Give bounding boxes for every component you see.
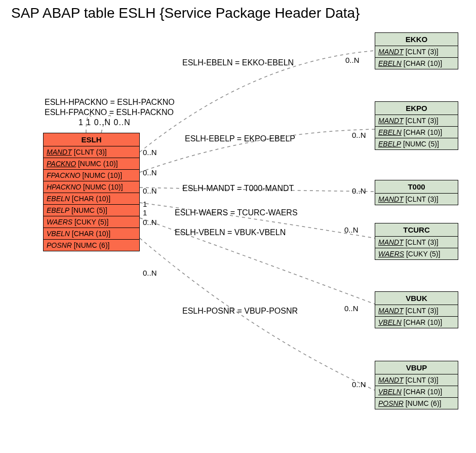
relation-ekko-label: ESLH-EBELN = EKKO-EBELN: [182, 58, 294, 67]
field-row: MANDT [CLNT (3)]: [375, 194, 458, 205]
relation-tcurc-label: ESLH-WAERS = TCURC-WAERS: [175, 208, 298, 217]
entity-eslh-header: ESLH: [44, 133, 139, 146]
field-row: EBELN [CHAR (10)]: [375, 58, 458, 69]
entity-eslh: ESLH MANDT [CLNT (3)] PACKNO [NUMC (10)]…: [43, 133, 140, 251]
field-row: HPACKNO [NUMC (10)]: [44, 181, 139, 193]
entity-ekpo-header: EKPO: [375, 102, 458, 115]
entity-ekko: EKKO MANDT [CLNT (3)] EBELN [CHAR (10)]: [375, 32, 458, 69]
self-relation-2: ESLH-FPACKNO = ESLH-PACKNO: [45, 108, 174, 117]
field-row: MANDT [CLNT (3)]: [44, 146, 139, 158]
diagram-title: SAP ABAP table ESLH {Service Package Hea…: [11, 5, 360, 21]
relation-t000-rightcard: 0..N: [352, 186, 366, 195]
entity-t000: T000 MANDT [CLNT (3)]: [375, 180, 458, 205]
relation-tcurc-rightcard: 1: [143, 208, 147, 217]
relation-ekpo-label: ESLH-EBELP = EKPO-EBELP: [185, 134, 295, 143]
relation-vbup-label: ESLH-POSNR = VBUP-POSNR: [182, 307, 298, 316]
relation-t000-leftcard: 0..N: [143, 186, 157, 195]
field-row: EBELP [NUMC (5)]: [375, 138, 458, 149]
field-row: MANDT [CLNT (3)]: [375, 374, 458, 386]
entity-ekko-header: EKKO: [375, 33, 458, 46]
field-row: EBELN [CHAR (10)]: [44, 193, 139, 205]
field-row: MANDT [CLNT (3)]: [375, 305, 458, 317]
relation-tcurc-leftcard: 1: [143, 200, 147, 208]
field-row: VBELN [CHAR (10)]: [375, 317, 458, 328]
self-relation-1: ESLH-HPACKNO = ESLH-PACKNO: [45, 98, 175, 107]
entity-t000-header: T000: [375, 180, 458, 194]
entity-vbuk: VBUK MANDT [CLNT (3)] VBELN [CHAR (10)]: [375, 291, 458, 328]
field-row: POSNR [NUMC (6)]: [44, 240, 139, 251]
field-row: VBELN [CHAR (10)]: [375, 386, 458, 398]
field-row: EBELN [CHAR (10)]: [375, 127, 458, 138]
field-row: MANDT [CLNT (3)]: [375, 115, 458, 127]
relation-ekpo-rightcard: 0..N: [352, 131, 366, 139]
entity-vbup-header: VBUP: [375, 361, 458, 374]
entity-vbuk-header: VBUK: [375, 292, 458, 305]
field-row: MANDT [CLNT (3)]: [375, 237, 458, 248]
field-row: WAERS [CUKY (5)]: [44, 216, 139, 228]
self-relation-cards: 1 1 0..N 0..N: [78, 118, 131, 127]
relation-ekpo-leftcard: 0..N: [143, 168, 157, 177]
field-row: WAERS [CUKY (5)]: [375, 248, 458, 259]
entity-vbup: VBUP MANDT [CLNT (3)] VBELN [CHAR (10)] …: [375, 361, 458, 409]
entity-tcurc-header: TCURC: [375, 223, 458, 237]
relation-vbup-leftcard: 0..N: [143, 269, 157, 277]
relation-ekko-rightcard: 0..N: [345, 56, 360, 64]
field-row: PACKNO [NUMC (10)]: [44, 158, 139, 170]
field-row: FPACKNO [NUMC (10)]: [44, 170, 139, 181]
entity-ekpo: EKPO MANDT [CLNT (3)] EBELN [CHAR (10)] …: [375, 101, 458, 150]
relation-vbuk-label: ESLH-VBELN = VBUK-VBELN: [175, 228, 286, 237]
relation-vbup-rightcard: 0..N: [344, 304, 359, 313]
field-row: EBELP [NUMC (5)]: [44, 205, 139, 216]
relation-t000-label: ESLH-MANDT = T000-MANDT: [182, 184, 294, 193]
entity-tcurc: TCURC MANDT [CLNT (3)] WAERS [CUKY (5)]: [375, 223, 458, 260]
field-row: POSNR [NUMC (6)]: [375, 398, 458, 409]
relation-vbup-rightcard2: 0..N: [352, 380, 366, 389]
field-row: MANDT [CLNT (3)]: [375, 46, 458, 58]
field-row: VBELN [CHAR (10)]: [44, 228, 139, 240]
relation-ekko-leftcard: 0..N: [143, 148, 157, 157]
relation-vbuk-rightcard: 0..N: [344, 225, 359, 234]
relation-vbuk-leftcard: 0..N: [143, 218, 157, 226]
